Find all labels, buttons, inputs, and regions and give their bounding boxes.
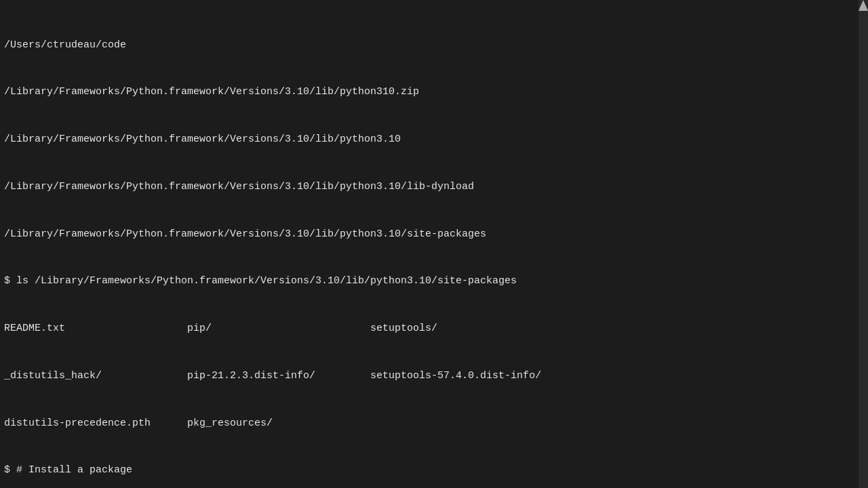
terminal-line-2: /Library/Frameworks/Python.framework/Ver… [4,84,864,100]
terminal-line-7: README.txt pip/ setuptools/ [4,321,864,336]
scrollbar[interactable] [859,0,868,488]
terminal-line-5: /Library/Frameworks/Python.framework/Ver… [4,226,864,242]
terminal-line-4: /Library/Frameworks/Python.framework/Ver… [4,179,864,195]
terminal-line-9: distutils-precedence.pth pkg_resources/ [4,415,864,431]
terminal-window[interactable]: /Users/ctrudeau/code /Library/Frameworks… [0,0,868,488]
terminal-line-6: $ ls /Library/Frameworks/Python.framewor… [4,273,864,289]
terminal-line-1: /Users/ctrudeau/code [4,37,864,53]
terminal-line-3: /Library/Frameworks/Python.framework/Ver… [4,131,864,147]
terminal-line-10: $ # Install a package [4,462,864,478]
terminal-line-8: _distutils_hack/ pip-21.2.3.dist-info/ s… [4,368,864,384]
scrollbar-thumb[interactable] [859,0,868,11]
terminal-output: /Users/ctrudeau/code /Library/Frameworks… [4,5,864,488]
